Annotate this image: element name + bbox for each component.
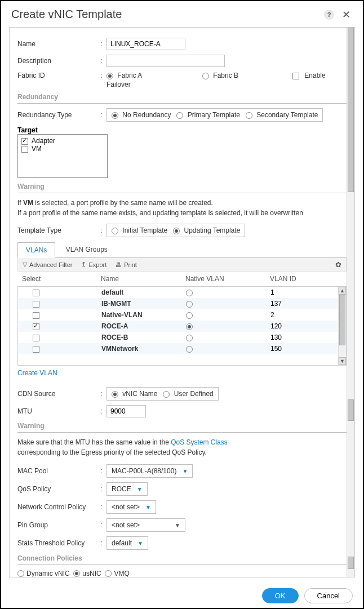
vlan-name: ROCE-B (101, 334, 186, 341)
export-icon: ↥ (81, 261, 86, 268)
template-initial-radio[interactable] (112, 228, 118, 234)
help-icon[interactable]: ? (324, 10, 334, 20)
template-type-label: Template Type (17, 226, 96, 234)
vlan-table: ▲ ▼ default1IB-MGMT137Native-VLAN2ROCE-A… (17, 287, 347, 366)
cdn-source-label: CDN Source (17, 390, 96, 398)
chevron-down-icon: ▼ (182, 468, 188, 474)
vlan-id: 137 (270, 300, 341, 308)
gear-icon[interactable]: ✿ (335, 260, 341, 269)
failover-label: Failover (106, 81, 202, 88)
network-control-policy-select[interactable]: <not set>▼ (106, 500, 156, 514)
ok-button[interactable]: OK (262, 588, 299, 603)
stats-threshold-label: Stats Threshold Policy (17, 539, 96, 547)
native-vlan-radio[interactable] (186, 346, 193, 353)
dialog-body: Name : Description : Fabric ID : Fabric … (9, 27, 355, 577)
name-label: Name (17, 40, 96, 48)
table-row[interactable]: VMNetwork150 (18, 343, 346, 354)
network-control-policy-label: Network Control Policy (17, 503, 96, 511)
fabric-id-label: Fabric ID (17, 72, 96, 79)
vlan-id: 1 (270, 288, 341, 296)
cdn-vnic-radio[interactable] (112, 391, 118, 398)
chevron-down-icon: ▼ (137, 486, 143, 492)
warning-text: If VM is selected, a port profile by the… (17, 198, 347, 218)
vlan-name: Native-VLAN (101, 311, 186, 319)
name-input[interactable] (106, 38, 185, 50)
mtu-input[interactable] (106, 405, 146, 417)
table-row[interactable]: ROCE-A120 (18, 321, 346, 332)
vlan-select-checkbox[interactable] (33, 312, 39, 319)
target-vm-checkbox[interactable] (21, 146, 28, 153)
vlan-select-checkbox[interactable] (33, 346, 39, 353)
enable-failover-label: Enable (304, 72, 325, 79)
redundancy-type-label: Redundancy Type (17, 111, 96, 119)
warning-title: Warning (17, 183, 347, 190)
qos-policy-label: QoS Policy (17, 485, 96, 493)
dynamic-vnic-radio[interactable] (17, 570, 24, 577)
vlan-select-checkbox[interactable] (33, 323, 39, 330)
description-input[interactable] (106, 55, 225, 67)
enable-failover-checkbox[interactable] (292, 73, 299, 79)
target-label: Target (17, 126, 347, 134)
fabric-b-label: Fabric B (213, 72, 238, 79)
create-vlan-link[interactable]: Create VLAN (17, 369, 57, 377)
table-row[interactable]: ROCE-B130 (18, 332, 346, 343)
redundancy-section-title: Redundancy (17, 93, 347, 101)
export-button[interactable]: ↥Export (81, 261, 106, 268)
cdn-user-radio[interactable] (163, 391, 170, 398)
pin-group-label: Pin Group (17, 521, 96, 529)
mtu-warning-text: Make sure that the MTU has the same valu… (17, 437, 347, 457)
table-row[interactable]: Native-VLAN2 (18, 309, 346, 321)
target-adapter-checkbox[interactable] (21, 138, 28, 145)
vlan-id: 2 (270, 311, 341, 319)
native-vlan-radio[interactable] (186, 290, 193, 296)
redundancy-secondary-radio[interactable] (246, 112, 252, 119)
vlan-table-header: Select Name Native VLAN VLAN ID (17, 272, 347, 287)
redundancy-primary-radio[interactable] (176, 112, 183, 119)
vlan-name: VMNetwork (101, 345, 186, 353)
vmq-radio[interactable] (105, 570, 112, 577)
scroll-down-icon[interactable]: ▼ (339, 357, 346, 365)
qos-system-class-link[interactable]: QoS System Class (171, 438, 228, 446)
close-icon[interactable]: ✕ (340, 8, 353, 21)
tab-vlan-groups[interactable]: VLAN Groups (58, 242, 116, 257)
vlan-id: 150 (270, 345, 341, 353)
mac-pool-select[interactable]: MAC-P00L-A(88/100)▼ (106, 464, 193, 478)
vlan-table-scrollbar[interactable]: ▲ ▼ (338, 287, 346, 365)
advanced-filter-button[interactable]: ▽Advanced Filter (23, 261, 72, 268)
print-button[interactable]: 🖶Print (116, 261, 137, 268)
table-row[interactable]: default1 (18, 287, 346, 298)
table-row[interactable]: IB-MGMT137 (18, 298, 346, 309)
target-listbox[interactable]: Adapter VM (17, 134, 108, 178)
vlan-id: 130 (270, 334, 341, 341)
template-updating-radio[interactable] (173, 228, 180, 234)
mtu-warning-title: Warning (17, 422, 347, 430)
vlan-id: 120 (270, 322, 341, 330)
chevron-down-icon: ▼ (175, 522, 180, 528)
fabric-a-label: Fabric A (117, 72, 142, 79)
vlan-name: IB-MGMT (101, 300, 186, 308)
native-vlan-radio[interactable] (186, 301, 193, 308)
cancel-button[interactable]: Cancel (304, 588, 353, 603)
redundancy-none-radio[interactable] (112, 112, 118, 119)
mac-pool-label: MAC Pool (17, 467, 96, 475)
filter-icon: ▽ (23, 261, 27, 268)
fabric-a-radio[interactable] (106, 73, 113, 79)
fabric-b-radio[interactable] (202, 73, 209, 79)
print-icon: 🖶 (116, 261, 122, 268)
native-vlan-radio[interactable] (186, 323, 193, 330)
scroll-up-icon[interactable]: ▲ (339, 287, 346, 295)
chevron-down-icon: ▼ (137, 540, 143, 546)
connection-policies-title: Connection Policies (17, 554, 347, 562)
qos-policy-select[interactable]: ROCE▼ (106, 482, 148, 496)
usnic-radio[interactable] (73, 570, 80, 577)
vlan-select-checkbox[interactable] (33, 290, 39, 296)
description-label: Description (17, 57, 96, 65)
vlan-select-checkbox[interactable] (33, 335, 39, 341)
tab-vlans[interactable]: VLANs (17, 242, 55, 258)
vlan-select-checkbox[interactable] (33, 301, 39, 308)
native-vlan-radio[interactable] (186, 335, 193, 341)
native-vlan-radio[interactable] (186, 312, 193, 319)
dialog-title: Create vNIC Template (11, 8, 324, 21)
stats-threshold-select[interactable]: default▼ (106, 536, 148, 550)
pin-group-select[interactable]: <not set>▼ (106, 518, 185, 532)
